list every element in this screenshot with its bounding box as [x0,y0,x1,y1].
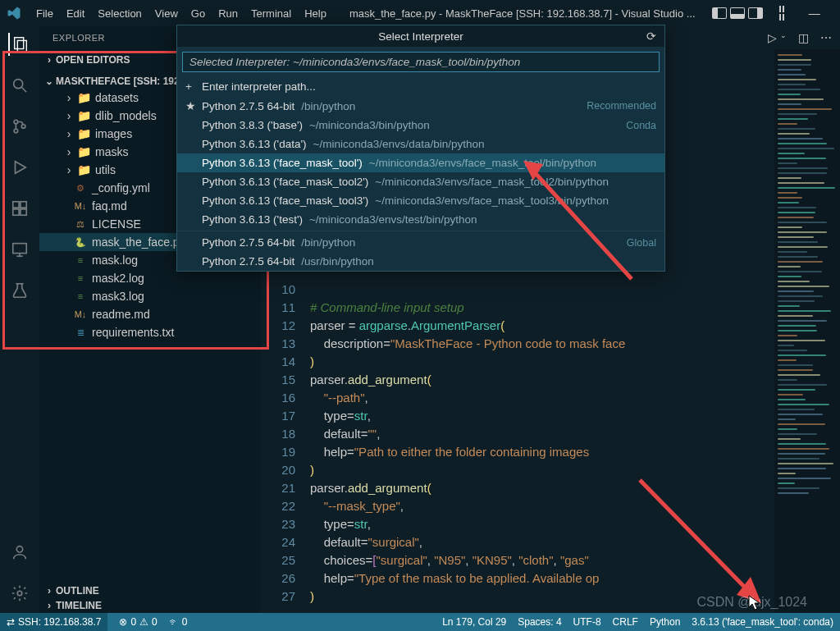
explorer-icon[interactable] [8,33,31,56]
run-icon[interactable]: ▷ [768,31,777,44]
interpreter-option[interactable]: Python 2.7.5 64-bit/bin/pythonGlobal [177,233,664,252]
outline-section[interactable]: ›OUTLINE [39,583,261,598]
picker-title: Select Interpreter⟳ [177,25,664,47]
accounts-icon[interactable] [8,541,31,564]
menu-terminal[interactable]: Terminal [244,7,298,20]
svg-point-6 [21,125,25,129]
search-icon[interactable] [8,74,31,97]
svg-point-16 [16,546,22,552]
file-readme.md[interactable]: M↓readme.md [39,305,261,323]
interpreter-option[interactable]: Python 3.6.13 ('face_mask_tool2')~/minic… [177,172,664,191]
interpreter-option[interactable]: Python 3.8.3 ('base')~/miniconda3/bin/py… [177,116,664,135]
svg-point-5 [14,129,18,133]
svg-rect-11 [21,209,26,215]
radio-icon: ᯤ [169,616,179,628]
interpreter-option[interactable]: Python 3.6.13 ('face_mask_tool3')~/minic… [177,191,664,210]
indentation[interactable]: Spaces: 4 [518,616,561,628]
svg-point-4 [14,120,18,124]
refresh-icon[interactable]: ⟳ [646,30,656,43]
remote-indicator[interactable]: ⇄SSH: 192.168.38.7 [0,613,107,631]
minimap[interactable] [774,49,840,613]
interpreter-picker: Select Interpreter⟳ Selected Interpreter… [176,25,665,272]
cursor-icon [748,595,761,615]
activitybar [0,26,39,613]
minimize-icon[interactable]: — [809,7,820,20]
encoding[interactable]: UTF-8 [573,616,601,628]
layout-icons[interactable] [712,7,763,19]
enter-interpreter-path[interactable]: +Enter interpreter path... [177,77,664,96]
timeline-label: TIMELINE [56,600,102,611]
file-requirements.txt[interactable]: ≣requirements.txt [39,323,261,341]
outline-label: OUTLINE [56,585,99,597]
python-interpreter[interactable]: 3.6.13 ('face_mask_tool': conda) [692,616,833,628]
svg-rect-0 [15,38,24,49]
interpreter-option[interactable]: ★Python 2.7.5 64-bit/bin/pythonRecommend… [177,96,664,116]
svg-rect-12 [13,244,27,254]
statusbar: ⇄SSH: 192.168.38.7 ⊗0 ⚠0 ᯤ0 Ln 179, Col … [0,613,840,631]
file-mask2.log[interactable]: ≡mask2.log [39,269,261,287]
interpreter-option[interactable]: Python 2.7.5 64-bit/usr/bin/python [177,252,664,271]
menu-edit[interactable]: Edit [60,7,91,20]
open-editors-label: OPEN EDITORS [56,54,130,66]
svg-point-2 [14,80,23,89]
extensions-icon[interactable] [8,197,31,220]
menu-run[interactable]: Run [212,7,244,20]
menu-selection[interactable]: Selection [91,7,148,20]
code-area[interactable]: 1011# Command-line input setup12parser =… [261,281,774,613]
svg-marker-7 [16,162,26,174]
svg-rect-1 [17,40,26,52]
menu-file[interactable]: File [30,7,60,20]
problems[interactable]: ⊗0 ⚠0 [119,616,157,628]
menu-view[interactable]: View [148,7,185,20]
ports[interactable]: ᯤ0 [169,616,188,628]
svg-point-17 [17,591,22,596]
debug-icon[interactable] [8,156,31,179]
settings-gear-icon[interactable] [8,582,31,605]
picker-input[interactable]: Selected Interpreter: ~/miniconda3/envs/… [182,52,660,72]
language-mode[interactable]: Python [650,616,680,628]
interpreter-option[interactable]: Python 3.6.13 ('test')~/miniconda3/envs/… [177,210,664,229]
more-icon[interactable]: ⋯ [820,31,832,44]
menu-go[interactable]: Go [185,7,212,20]
interpreter-option[interactable]: Python 3.6.13 ('data')~/miniconda3/envs/… [177,135,664,153]
svg-rect-10 [13,209,19,215]
interpreter-option[interactable]: Python 3.6.13 ('face_mask_tool')~/minico… [177,153,664,172]
testing-icon[interactable] [8,279,31,302]
svg-rect-9 [21,202,26,208]
split-editor-icon[interactable]: ◫ [798,31,809,44]
svg-rect-8 [13,202,19,208]
error-icon: ⊗ [119,616,127,628]
source-control-icon[interactable] [8,115,31,138]
warning-icon: ⚠ [139,616,148,628]
cursor-position[interactable]: Ln 179, Col 29 [442,616,506,628]
svg-line-3 [22,88,27,93]
menu-help[interactable]: Help [298,7,333,20]
remote-explorer-icon[interactable] [8,238,31,261]
eol[interactable]: CRLF [613,616,638,628]
window-title: mask_the_face.py - MaskTheFace [SSH: 192… [349,7,696,20]
titlebar: FileEditSelectionViewGoRunTerminalHelp m… [0,0,840,26]
timeline-section[interactable]: ›TIMELINE [39,598,261,613]
layout-grid-icon[interactable] [779,6,784,21]
remote-icon: ⇄ [7,616,15,628]
vscode-logo-icon [7,6,21,21]
file-mask3.log[interactable]: ≡mask3.log [39,287,261,305]
